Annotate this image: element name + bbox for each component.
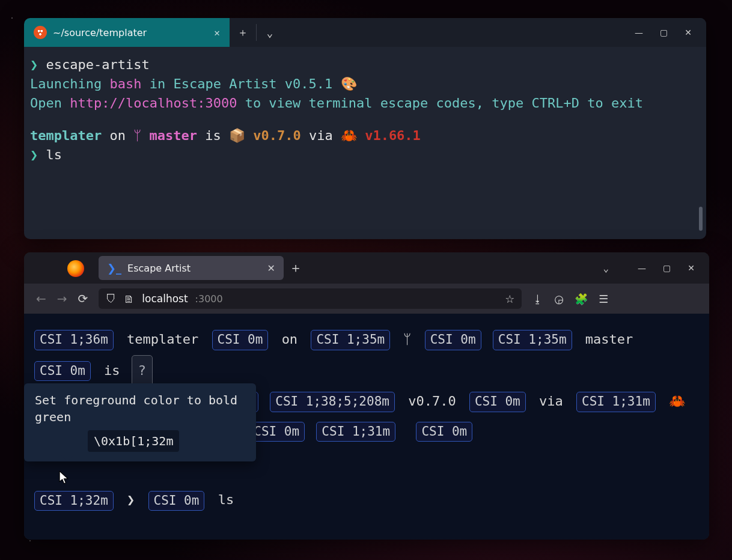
csi-badge[interactable]: CSI 0m — [148, 491, 205, 511]
terminal-tabstrip: ~/source/templater ✕ ＋ ⌄ — ▢ ✕ — [24, 18, 706, 47]
plain-text: v0.7.0 — [408, 394, 456, 409]
csi-badge[interactable]: CSI 1;32m — [34, 491, 114, 511]
terminal-line: Launching bash in Escape Artist v0.5.1 🎨 — [30, 75, 700, 94]
maximize-button[interactable]: ▢ — [660, 28, 668, 37]
unknown-badge[interactable]: ? — [132, 355, 153, 387]
page-info-icon[interactable]: 🗎 — [124, 293, 135, 305]
window-controls: — ▢ ✕ — [635, 18, 706, 47]
csi-badge[interactable]: CSI 1;31m — [576, 392, 656, 412]
maximize-button[interactable]: ▢ — [663, 263, 671, 273]
terminal-text: master — [149, 128, 197, 143]
window-controls: ⌄ — ▢ ✕ — [603, 263, 709, 274]
mouse-cursor-icon — [59, 471, 69, 484]
branch-icon: ᛘ — [403, 332, 411, 347]
tooltip-text: Set foreground color to bold green — [35, 392, 245, 425]
terminal-command: escape-artist — [46, 57, 150, 72]
browser-toolbar: ← → ⟳ ⛉ 🗎 localhost:3000 ☆ ⭳ ◶ 🧩 ☰ — [24, 284, 709, 314]
terminal-text: on — [102, 128, 133, 143]
ubuntu-icon — [34, 26, 47, 39]
firefox-icon[interactable] — [67, 260, 84, 277]
terminal-line: ❯ escape-artist — [30, 55, 700, 75]
csi-badge[interactable]: CSI 0m — [425, 330, 481, 350]
csi-badge[interactable]: CSI 0m — [416, 422, 472, 442]
new-tab-button[interactable]: ＋ — [284, 259, 308, 277]
forward-button[interactable]: → — [57, 291, 67, 306]
downloads-icon[interactable]: ⭳ — [532, 293, 543, 305]
back-button[interactable]: ← — [36, 291, 46, 306]
csi-badge[interactable]: CSI 1;31m — [316, 422, 395, 442]
prompt-icon: ❯ — [30, 57, 38, 72]
terminal-text: Launching — [30, 76, 109, 91]
terminal-text: v0.7.0 — [253, 128, 300, 143]
terminal-window: ~/source/templater ✕ ＋ ⌄ — ▢ ✕ ❯ escape-… — [24, 18, 706, 239]
terminal-text: bash — [109, 76, 141, 91]
terminal-line: ❯ ls — [30, 145, 700, 165]
terminal-body[interactable]: ❯ escape-artist Launching bash in Escape… — [24, 47, 706, 239]
close-icon[interactable]: ✕ — [214, 27, 220, 38]
menu-icon[interactable]: ☰ — [599, 293, 608, 305]
csi-badge[interactable]: CSI 0m — [34, 361, 91, 382]
plain-text: is — [104, 363, 120, 378]
tab-dropdown-button[interactable]: ⌄ — [257, 18, 283, 47]
plain-text: on — [282, 332, 298, 347]
blank-line — [30, 113, 700, 126]
csi-badge[interactable]: CSI 1;36m — [34, 330, 114, 350]
browser-tab-active[interactable]: ❯_ Escape Artist ✕ — [99, 256, 284, 280]
minimize-button[interactable]: — — [635, 28, 643, 37]
close-button[interactable]: ✕ — [688, 263, 695, 273]
terminal-prompt-icon: ❯_ — [107, 262, 121, 275]
terminal-tab-title: ~/source/templater — [53, 27, 147, 38]
terminal-line: Open http://localhost:3000 to view termi… — [30, 94, 700, 113]
terminal-text: in — [141, 76, 173, 91]
terminal-text: templater — [30, 128, 102, 143]
escape-row: CSI 1;36m templater CSI 0m on CSI 1;35m … — [32, 324, 701, 386]
branch-icon: ᛘ — [133, 128, 141, 143]
close-button[interactable]: ✕ — [685, 28, 692, 37]
crab-icon: 🦀 — [669, 394, 685, 409]
terminal-text: Escape Artist v0.5.1 — [173, 76, 332, 91]
shield-icon[interactable]: ⛉ — [106, 293, 117, 305]
terminal-text: Open — [30, 96, 70, 111]
bookmark-icon[interactable]: ☆ — [505, 293, 514, 305]
plain-text: templater — [127, 332, 198, 347]
plain-text: via — [539, 394, 563, 409]
package-icon: 📦 — [229, 128, 245, 143]
plain-text: master — [585, 332, 633, 347]
reload-button[interactable]: ⟳ — [78, 291, 88, 306]
terminal-url: http://localhost:3000 — [70, 96, 237, 111]
plain-text: ls — [218, 492, 234, 507]
terminal-tab-active[interactable]: ~/source/templater ✕ — [24, 18, 230, 47]
scrollbar-thumb[interactable] — [699, 207, 703, 231]
csi-badge[interactable]: CSI 0m — [248, 422, 305, 442]
browser-tab-title: Escape Artist — [127, 263, 191, 274]
palette-icon: 🎨 — [341, 76, 357, 91]
csi-badge[interactable]: CSI 1;35m — [493, 330, 572, 350]
extensions-icon[interactable]: 🧩 — [575, 293, 588, 305]
browser-content: CSI 1;36m templater CSI 0m on CSI 1;35m … — [24, 314, 709, 540]
csi-badge[interactable]: CSI 1;38;5;208m — [270, 392, 395, 412]
escape-row: CSI 1;32m ❯ CSI 0m ls — [32, 485, 701, 516]
terminal-text: v1.66.1 — [365, 128, 421, 143]
terminal-text: is — [197, 128, 229, 143]
new-tab-button[interactable]: ＋ — [230, 18, 256, 47]
browser-tabstrip: ❯_ Escape Artist ✕ ＋ ⌄ — ▢ ✕ — [24, 252, 709, 284]
terminal-line: templater on ᛘ master is 📦 v0.7.0 via 🦀 … — [30, 126, 700, 145]
prompt-icon: ❯ — [30, 147, 38, 162]
terminal-text: via — [301, 128, 341, 143]
url-port: :3000 — [195, 293, 223, 305]
url-bar[interactable]: ⛉ 🗎 localhost:3000 ☆ — [99, 288, 522, 309]
csi-badge[interactable]: CSI 0m — [212, 330, 269, 350]
terminal-command: ls — [46, 147, 63, 162]
csi-badge[interactable]: CSI 1;35m — [311, 330, 390, 350]
tooltip: Set foreground color to bold green \0x1b… — [24, 383, 256, 461]
csi-badge[interactable]: CSI 0m — [469, 392, 526, 412]
crab-icon: 🦀 — [341, 128, 357, 143]
close-icon[interactable]: ✕ — [267, 263, 275, 274]
terminal-text: to view terminal escape codes, type CTRL… — [237, 96, 643, 111]
tab-list-button[interactable]: ⌄ — [603, 263, 609, 274]
url-host: localhost — [142, 293, 188, 305]
prompt-icon: ❯ — [127, 492, 135, 507]
browser-window: ❯_ Escape Artist ✕ ＋ ⌄ — ▢ ✕ ← → ⟳ ⛉ 🗎 l… — [24, 252, 709, 540]
minimize-button[interactable]: — — [638, 263, 646, 273]
account-icon[interactable]: ◶ — [554, 293, 564, 305]
